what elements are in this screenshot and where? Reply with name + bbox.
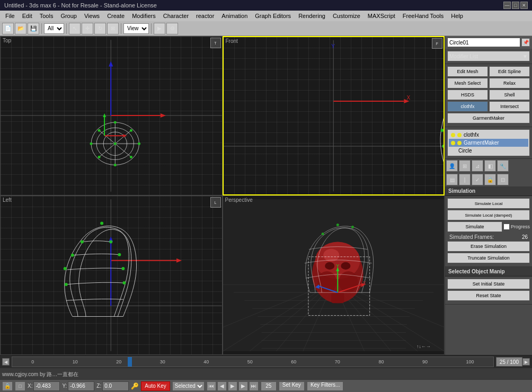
viewport-perspective-label: Perspective <box>225 197 253 203</box>
toolbar-render-setup[interactable]: ⚙ <box>166 23 178 34</box>
svg-point-16 <box>90 142 93 145</box>
menu-item-views[interactable]: Views <box>81 12 103 20</box>
toolbar-select-all[interactable]: All <box>44 23 64 34</box>
svg-point-14 <box>138 142 140 145</box>
toolbar-save[interactable]: 💾 <box>28 23 39 34</box>
erase-simulation-row: Erase Simulation <box>447 241 530 252</box>
viewport-front[interactable]: Front <box>223 36 445 195</box>
simulate-button[interactable]: Simulate <box>447 221 502 232</box>
edit-spline-button[interactable]: Edit Spline <box>489 66 530 77</box>
toolbar-rotate-btn[interactable]: ↻ <box>94 23 106 34</box>
pin-button[interactable]: 📌 <box>521 38 530 47</box>
svg-point-13 <box>114 121 117 124</box>
viewport-top[interactable]: Top <box>0 36 223 195</box>
prop-icon1[interactable]: ▤ <box>446 174 458 185</box>
modifier-clothfx[interactable]: clothfx <box>449 131 528 139</box>
selected-dropdown[interactable]: Selected <box>172 381 205 391</box>
prop-icon5[interactable]: ⊡ <box>497 174 509 185</box>
mesh-select-button[interactable]: Mesh Select <box>447 78 488 88</box>
menu-item-modifiers[interactable]: Modifiers <box>129 12 159 20</box>
garmentmaker-dot2 <box>457 141 462 145</box>
frame-box: □ <box>15 381 25 391</box>
y-input[interactable] <box>68 381 94 391</box>
menu-item-file[interactable]: File <box>2 12 18 20</box>
toolbar-render-btn[interactable]: ▶ <box>154 23 165 34</box>
menu-item-rendering[interactable]: Rendering <box>295 12 329 20</box>
menu-item-help[interactable]: Help <box>448 12 466 20</box>
toolbar-select-btn[interactable]: ↖ <box>69 23 81 34</box>
prev-frame-button[interactable]: ◀ <box>217 381 227 391</box>
menu-item-customize[interactable]: Customize <box>330 12 363 20</box>
clothfx-dot2 <box>457 133 462 137</box>
reset-state-button[interactable]: Reset State <box>447 290 530 301</box>
progress-checkbox[interactable] <box>503 224 510 230</box>
y-label: Y: <box>62 383 67 389</box>
timeline-next-button[interactable]: ▶ <box>522 358 530 366</box>
go-start-button[interactable]: ⏮ <box>207 381 216 391</box>
toolbar: 📄 📂 💾 All ↖ ✛ ↻ ⊠ View ▶ ⚙ <box>0 21 532 36</box>
menu-item-maxscript[interactable]: MAXScript <box>365 12 398 20</box>
key-filters-button[interactable]: Key Filters... <box>307 381 344 391</box>
garment-maker-button[interactable]: GarmentMaker <box>447 113 530 123</box>
auto-key-button[interactable]: Auto Key <box>141 381 170 391</box>
toolbar-new[interactable]: 📄 <box>2 23 14 34</box>
clothfx-button[interactable]: clothfx <box>447 101 488 112</box>
intersect-button[interactable]: Intersect <box>489 101 530 112</box>
toolbar-view-select[interactable]: View <box>123 23 149 34</box>
shell-button[interactable]: Shell <box>489 90 530 100</box>
go-end-button[interactable]: ⏭ <box>249 381 259 391</box>
modifier-garmentmaker[interactable]: GarmentMaker <box>449 139 528 147</box>
person-icon-btn[interactable]: 👤 <box>446 160 458 172</box>
menu-item-edit[interactable]: Edit <box>19 12 36 20</box>
simulate-local-button[interactable]: Simulate Local <box>447 198 530 209</box>
play-button[interactable]: ▶ <box>228 381 237 391</box>
prop-icon3[interactable]: ✓ <box>472 174 483 185</box>
menu-item-group[interactable]: Group <box>57 12 80 20</box>
erase-simulation-button[interactable]: Erase Simulation <box>447 241 530 252</box>
hierarchy-icon-btn[interactable]: ⊞ <box>459 160 471 172</box>
hsds-button[interactable]: HSDS <box>447 90 488 100</box>
z-label: Z: <box>96 383 101 389</box>
object-name-input[interactable] <box>447 38 520 47</box>
edit-mesh-button[interactable]: Edit Mesh <box>447 66 488 77</box>
menu-item-reactor[interactable]: reactor <box>193 12 217 20</box>
titlebar-buttons: — □ ✕ <box>503 2 528 9</box>
menu-item-create[interactable]: Create <box>104 12 128 20</box>
motion-icon-btn[interactable]: ⊿ <box>472 160 483 172</box>
progress-row: Progress <box>503 221 530 232</box>
viewport-left[interactable]: Left <box>0 195 223 355</box>
toolbar-scale-btn[interactable]: ⊠ <box>107 23 119 34</box>
display-icon-btn[interactable]: ◧ <box>484 160 496 172</box>
nav-cube-front: F <box>432 38 442 49</box>
object-name-row: 📌 <box>445 36 532 49</box>
prop-icon2[interactable]: | <box>459 174 471 185</box>
menu-item-animation[interactable]: Animation <box>218 12 251 20</box>
timeline-prev-button[interactable]: ◀ <box>2 358 10 366</box>
viewport-perspective[interactable]: Perspective <box>223 195 445 355</box>
truncate-simulation-button[interactable]: Truncate Simulation <box>447 253 530 263</box>
modifier-circle[interactable]: Circle <box>449 147 528 155</box>
toolbar-move-btn[interactable]: ✛ <box>82 23 93 34</box>
menu-item-tools[interactable]: Tools <box>37 12 57 20</box>
utility-icon-btn[interactable]: 🔧 <box>497 160 509 172</box>
x-input[interactable] <box>33 381 60 391</box>
maximize-button[interactable]: □ <box>512 2 519 9</box>
toolbar-open[interactable]: 📂 <box>15 23 26 34</box>
next-frame-button[interactable]: ▶ <box>238 381 248 391</box>
menu-item-grapheditors[interactable]: Graph Editors <box>252 12 294 20</box>
simulate-local-damped-button[interactable]: Simulate Local (damped) <box>447 210 530 220</box>
set-initial-state-button[interactable]: Set Initial State <box>447 279 530 289</box>
relax-button[interactable]: Relax <box>489 78 530 88</box>
set-key-button[interactable]: Set Key <box>279 381 305 391</box>
menu-item-freehandtools[interactable]: FreeHand Tools <box>400 12 447 20</box>
menu-item-character[interactable]: Character <box>160 12 192 20</box>
frame-number-input[interactable] <box>261 381 277 391</box>
timeline-bar[interactable]: 0 10 20 30 40 50 60 70 80 90 100 <box>12 357 494 367</box>
svg-point-58 <box>109 240 112 244</box>
prop-icon4[interactable]: 🔒 <box>484 174 496 185</box>
modifier-list-dropdown[interactable]: Modifier List ▼ <box>447 51 530 61</box>
minimize-button[interactable]: — <box>503 2 511 9</box>
timeline-track: ◀ 0 10 20 30 40 50 60 70 80 90 100 25 / … <box>0 355 532 368</box>
close-button[interactable]: ✕ <box>520 2 528 9</box>
z-input[interactable] <box>102 381 129 391</box>
